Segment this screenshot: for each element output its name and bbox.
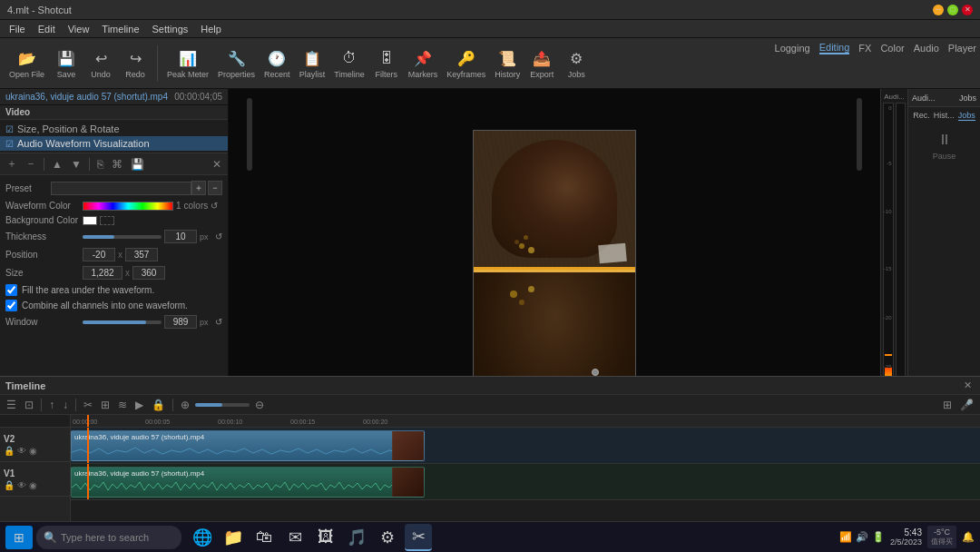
toolbar-undo[interactable]: ↩ Undo <box>84 45 117 81</box>
v1-lock[interactable]: 🔒 <box>4 480 15 490</box>
window-reset[interactable]: ↺ <box>215 317 222 327</box>
tab-player[interactable]: Player <box>948 43 976 54</box>
paste-filter-button[interactable]: ⌘ <box>109 157 125 172</box>
toolbar-recent[interactable]: 🕐 Recent <box>260 45 294 81</box>
zoom-slider[interactable] <box>195 403 250 407</box>
add-filter-button[interactable]: ＋ <box>4 155 20 172</box>
volume-icon[interactable]: 🔊 <box>856 531 868 543</box>
timeline-close-button[interactable]: ✕ <box>961 380 975 391</box>
preset-delete-button[interactable]: － <box>208 181 222 195</box>
menu-edit[interactable]: Edit <box>33 22 61 36</box>
taskbar-media[interactable]: 🎵 <box>343 524 370 551</box>
menu-settings[interactable]: Settings <box>147 22 194 36</box>
taskbar-settings[interactable]: ⚙ <box>374 524 401 551</box>
toolbar-save[interactable]: 💾 Save <box>50 45 83 81</box>
toolbar-export[interactable]: 📤 Export <box>525 45 558 81</box>
waveform-color-swatch[interactable] <box>83 202 173 211</box>
combine-checkbox[interactable] <box>5 300 17 311</box>
start-button[interactable]: ⊞ <box>5 526 33 549</box>
jobs-hist-tab[interactable]: Hist... <box>934 111 955 121</box>
tab-color[interactable]: Color <box>880 43 904 54</box>
move-down-button[interactable]: ▼ <box>68 157 84 172</box>
menu-file[interactable]: File <box>4 22 31 36</box>
tl-ripple[interactable]: ≋ <box>115 398 130 412</box>
save-filter-button[interactable]: 💾 <box>128 157 147 172</box>
tab-editing[interactable]: Editing <box>819 42 850 54</box>
taskbar-photos[interactable]: 🖼 <box>312 524 339 551</box>
tl-zoom-out[interactable]: ⊖ <box>252 398 267 412</box>
position-y-value[interactable] <box>125 248 158 261</box>
toolbar-open-file[interactable]: 📂 Open File <box>5 45 48 81</box>
toolbar-redo[interactable]: ↪ Redo <box>119 45 152 81</box>
v1-mute[interactable]: 👁 <box>17 480 26 490</box>
jobs-rec-tab[interactable]: Rec. <box>913 111 930 121</box>
size-w-value[interactable] <box>83 266 122 280</box>
tl-split[interactable]: ✂ <box>81 398 95 412</box>
filter-size-position[interactable]: ☑ Size, Position & Rotate <box>0 122 228 136</box>
toolbar-timeline[interactable]: ⏱ Timeline <box>330 45 368 81</box>
toolbar-markers[interactable]: 📌 Markers <box>405 45 442 81</box>
taskbar-store[interactable]: 🛍 <box>250 524 278 551</box>
taskbar-clock[interactable]: 5:43 2/5/2023 <box>890 527 922 547</box>
preset-save-button[interactable]: ＋ <box>191 181 206 195</box>
tl-group[interactable]: ⊞ <box>98 398 113 412</box>
toolbar-properties[interactable]: 🔧 Properties <box>214 45 259 81</box>
toolbar-playlist[interactable]: 📋 Playlist <box>296 45 329 81</box>
v2-mute[interactable]: 👁 <box>17 446 26 456</box>
notification-button[interactable]: 🔔 <box>962 531 975 543</box>
taskbar-search[interactable]: 🔍 Type here to search <box>36 526 181 549</box>
tl-grid[interactable]: ⊞ <box>940 398 955 412</box>
tl-overwrite[interactable]: ↓ <box>60 398 71 412</box>
bg-color-transparent[interactable] <box>100 216 114 225</box>
taskbar-edge[interactable]: 🌐 <box>189 524 216 551</box>
preset-input[interactable] <box>51 182 191 195</box>
weather-widget[interactable]: -5°C 值得买 <box>927 526 956 548</box>
tl-lift[interactable]: ↑ <box>46 398 57 412</box>
clip-v1[interactable]: ukraina36, viduje audio 57 (shortut).mp4 <box>71 467 425 498</box>
tl-snap[interactable]: ⊡ <box>22 398 36 412</box>
filter-audio-waveform[interactable]: ☑ Audio Waveform Visualization <box>0 136 228 151</box>
remove-filter-button[interactable]: － <box>23 155 39 172</box>
taskbar-explorer[interactable]: 📁 <box>220 524 247 551</box>
size-h-value[interactable] <box>132 266 165 280</box>
close-button[interactable]: ✕ <box>962 5 973 15</box>
taskbar-mail[interactable]: ✉ <box>281 524 309 551</box>
tl-mode[interactable]: ▶ <box>132 398 146 412</box>
thickness-value[interactable] <box>164 230 197 243</box>
tl-mic[interactable]: 🎤 <box>957 398 976 412</box>
fill-checkbox[interactable] <box>5 284 17 296</box>
tl-lock[interactable]: 🔒 <box>149 398 168 412</box>
position-x-value[interactable] <box>83 248 115 261</box>
move-up-button[interactable]: ▲ <box>49 157 65 172</box>
v2-lock[interactable]: 🔒 <box>4 446 15 456</box>
v2-solo[interactable]: ◉ <box>29 446 37 456</box>
window-slider[interactable] <box>83 320 162 324</box>
toolbar-jobs[interactable]: ⚙ Jobs <box>560 45 593 81</box>
toolbar-keyframes[interactable]: 🔑 Keyframes <box>443 45 489 81</box>
filter-enabled-toggle[interactable]: ✕ <box>210 157 224 172</box>
jobs-jobs-tab[interactable]: Jobs <box>958 111 975 121</box>
battery-icon[interactable]: 🔋 <box>872 531 885 543</box>
window-controls[interactable]: ─ □ ✕ <box>933 5 973 15</box>
toolbar-history[interactable]: 📜 History <box>491 45 524 81</box>
thickness-slider[interactable] <box>83 235 162 239</box>
copy-filter-button[interactable]: ⎘ <box>94 157 106 172</box>
menu-timeline[interactable]: Timeline <box>96 22 144 36</box>
tab-fx[interactable]: FX <box>858 43 871 54</box>
maximize-button[interactable]: □ <box>947 5 958 15</box>
window-value[interactable] <box>164 315 197 329</box>
tl-zoom-in[interactable]: ⊕ <box>178 398 192 412</box>
toolbar-filters[interactable]: 🎛 Filters <box>370 45 403 81</box>
tab-logging[interactable]: Logging <box>775 43 810 54</box>
menu-help[interactable]: Help <box>195 22 227 36</box>
waveform-color-reset[interactable]: ↺ <box>211 201 218 211</box>
tab-audio[interactable]: Audio <box>914 43 939 54</box>
bg-color-swatch[interactable] <box>83 216 97 225</box>
network-icon[interactable]: 📶 <box>839 531 852 543</box>
toolbar-peak-meter[interactable]: 📊 Peak Meter <box>163 45 212 81</box>
minimize-button[interactable]: ─ <box>933 5 944 15</box>
menu-view[interactable]: View <box>63 22 95 36</box>
taskbar-shotcut[interactable]: ✂ <box>405 524 432 551</box>
v1-solo[interactable]: ◉ <box>29 480 37 490</box>
thickness-reset[interactable]: ↺ <box>215 232 222 242</box>
